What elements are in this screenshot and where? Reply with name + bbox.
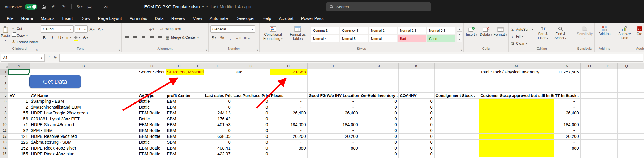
format-painter-button[interactable]: Format Painter xyxy=(10,39,39,45)
menu-tab-file[interactable]: File xyxy=(3,14,17,23)
cell-I1[interactable] xyxy=(307,69,360,75)
cell-I14[interactable]: 880 xyxy=(307,145,360,151)
cell-clipped-2[interactable] xyxy=(636,75,644,81)
cell-J4[interactable] xyxy=(360,87,398,92)
cell-O11[interactable] xyxy=(580,128,599,133)
column-header-F[interactable]: F xyxy=(204,63,232,69)
cell-K14[interactable]: 0 xyxy=(398,145,434,151)
cell-D7[interactable]: EBM xyxy=(166,104,193,110)
cell-J7[interactable]: 0 xyxy=(360,104,398,110)
cell-D5[interactable]: profit Center xyxy=(166,92,193,98)
cell-M6[interactable] xyxy=(479,98,554,104)
cell-M7[interactable] xyxy=(479,104,554,110)
cell-O10[interactable] xyxy=(580,122,599,128)
cell-L13[interactable] xyxy=(434,139,479,145)
cell-P1[interactable] xyxy=(599,69,617,75)
cell-Q16[interactable] xyxy=(617,157,636,158)
cell-M1[interactable]: Total Stock / Physical Invenotry xyxy=(479,69,554,75)
cell-style-normal-2[interactable]: Normal 2 xyxy=(369,27,397,34)
cell-P7[interactable] xyxy=(599,104,617,110)
cell-C3[interactable] xyxy=(138,81,166,87)
cell-H1[interactable]: 29-Sep xyxy=(270,69,307,75)
cell-B16[interactable] xyxy=(30,157,138,158)
cell-F1[interactable] xyxy=(204,69,232,75)
cell-A11[interactable]: 92 xyxy=(8,128,30,133)
cell-clipped-16[interactable] xyxy=(636,157,644,158)
cell-P9[interactable] xyxy=(599,116,617,122)
menu-tab-acrobat[interactable]: Acrobat xyxy=(275,14,297,23)
cell-K1[interactable] xyxy=(398,69,434,75)
cell-B15[interactable]: HDPE Ridex 48oz blue xyxy=(30,151,138,157)
menu-tab-data[interactable]: Data xyxy=(151,14,168,23)
cell-A1[interactable] xyxy=(8,69,30,75)
menu-tab-review[interactable]: Review xyxy=(168,14,189,23)
cell-C11[interactable]: EBM Bottle xyxy=(138,128,166,133)
cell-I3[interactable] xyxy=(307,81,360,87)
cell-clipped-7[interactable] xyxy=(636,104,644,110)
cell-P4[interactable] xyxy=(599,87,617,92)
number-dialog-launcher-icon[interactable]: ↘ xyxy=(256,48,258,51)
cell-E15[interactable] xyxy=(193,151,204,157)
cell-H2[interactable] xyxy=(270,75,307,81)
cell-P15[interactable] xyxy=(599,151,617,157)
cell-E6[interactable] xyxy=(193,98,204,104)
cell-K6[interactable]: 0 xyxy=(398,98,434,104)
font-size-select[interactable]: 11▾ xyxy=(75,25,88,33)
styles-dialog-launcher-icon[interactable]: ↘ xyxy=(460,48,462,51)
analyze-data-button[interactable]: Analyze Data xyxy=(615,25,634,40)
cell-style-normal[interactable]: Normal xyxy=(369,35,397,42)
cell-M8[interactable] xyxy=(479,110,554,116)
cell-E16[interactable] xyxy=(193,157,204,158)
cell-M11[interactable] xyxy=(479,128,554,133)
cell-N12[interactable]: 20,200 xyxy=(554,133,580,139)
cell-N8[interactable]: 26,400 xyxy=(554,110,580,116)
cell-O16[interactable] xyxy=(580,157,599,158)
cell-M3[interactable] xyxy=(479,81,554,87)
cell-C6[interactable]: Bottle xyxy=(138,98,166,104)
row-header-8[interactable]: 8 xyxy=(0,110,8,116)
pen-icon[interactable]: ✎▾ xyxy=(76,4,83,10)
row-header-12[interactable]: 12 xyxy=(0,133,8,139)
cell-B1[interactable] xyxy=(30,69,138,75)
cell-D4[interactable] xyxy=(166,87,193,92)
cell-O3[interactable] xyxy=(580,81,599,87)
cell-B12[interactable]: HDPE Resolve 96oz red xyxy=(30,133,138,139)
cell-N13[interactable]: - xyxy=(554,139,580,145)
menu-tab-macros[interactable]: Macros xyxy=(37,14,59,23)
cell-C2[interactable] xyxy=(138,75,166,81)
column-header-O[interactable]: O xyxy=(580,63,599,69)
cell-C14[interactable]: EBM Bottle xyxy=(138,145,166,151)
merge-center-button[interactable]: ▦Merge & Center▾ xyxy=(164,34,200,41)
cut-button[interactable]: ✂Cut xyxy=(10,25,39,32)
undo-icon[interactable]: ↶ xyxy=(50,4,57,10)
cell-M14[interactable] xyxy=(479,145,554,151)
cell-D8[interactable]: EBM xyxy=(166,110,193,116)
cell-P12[interactable] xyxy=(599,133,617,139)
column-header-D[interactable]: D xyxy=(166,63,193,69)
menu-tab-developer[interactable]: Developer xyxy=(232,14,259,23)
cell-B9[interactable]: 0291881- Lysol 28oz PET xyxy=(30,116,138,122)
cell-D12[interactable]: EBM xyxy=(166,133,193,139)
borders-button[interactable]: ⊞▾ xyxy=(65,34,72,41)
cell-G4[interactable] xyxy=(232,87,270,92)
fx-icon[interactable]: fx xyxy=(54,55,57,61)
cell-N15[interactable]: - xyxy=(554,151,580,157)
cell-I9[interactable]: - xyxy=(307,116,360,122)
cell-Q7[interactable] xyxy=(617,104,636,110)
cell-F6[interactable]: 0 xyxy=(204,98,232,104)
align-middle-button[interactable] xyxy=(132,25,139,32)
cell-L6[interactable] xyxy=(434,98,479,104)
cell-H13[interactable]: - xyxy=(270,139,307,145)
highlighter-icon[interactable]: ▤ xyxy=(86,4,93,10)
decrease-indent-button[interactable] xyxy=(148,34,155,41)
cell-style-comma-2[interactable]: Comma 2 xyxy=(311,27,339,34)
cell-O8[interactable] xyxy=(580,110,599,116)
cell-C5[interactable]: AV Type xyxy=(138,92,166,98)
cell-B5[interactable]: AV Name xyxy=(30,92,138,98)
cell-A8[interactable]: 55 xyxy=(8,110,30,116)
cell-J5[interactable]: On-Hold Inventory : xyxy=(360,92,398,98)
cell-E4[interactable] xyxy=(193,87,204,92)
cell-K12[interactable]: 0 xyxy=(398,133,434,139)
cell-I5[interactable]: Good FG W/o INV Location : xyxy=(307,92,360,98)
row-header-14[interactable]: 14 xyxy=(0,145,8,151)
